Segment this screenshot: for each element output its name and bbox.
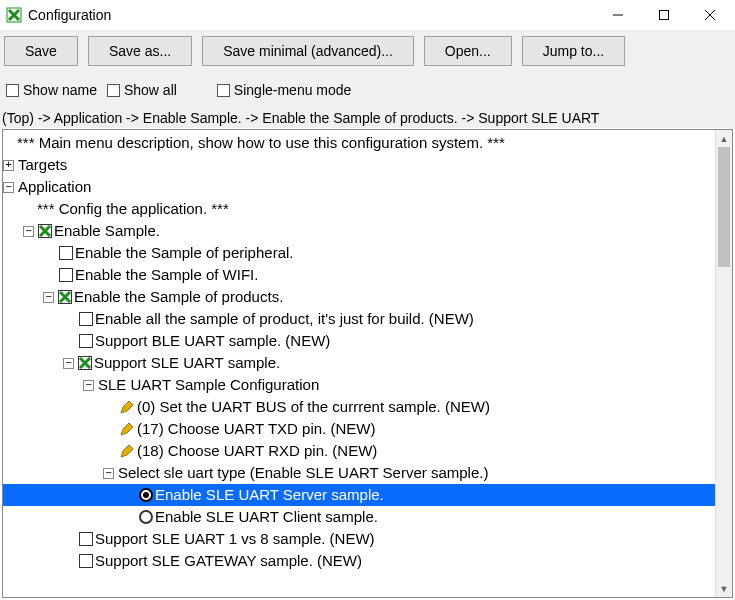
- collapse-icon[interactable]: −: [3, 182, 14, 193]
- titlebar: Configuration: [0, 0, 735, 30]
- tree-item-enable-sample[interactable]: − Enable Sample.: [3, 220, 715, 242]
- options-row: Show name Show all Single-menu mode: [0, 72, 735, 108]
- save-as-button[interactable]: Save as...: [88, 36, 192, 66]
- breadcrumb: (Top) -> Application -> Enable Sample. -…: [0, 108, 735, 128]
- pencil-icon: [119, 443, 135, 459]
- tree-item-sample-peripheral[interactable]: Enable the Sample of peripheral.: [3, 242, 715, 264]
- show-name-checkbox[interactable]: Show name: [6, 82, 97, 98]
- tree-item-sle-1v8[interactable]: Support SLE UART 1 vs 8 sample. (NEW): [3, 528, 715, 550]
- tree-item-application[interactable]: − Application: [3, 176, 715, 198]
- tree-item-sle-type[interactable]: − Select sle uart type (Enable SLE UART …: [3, 462, 715, 484]
- checkbox-on-icon[interactable]: [78, 356, 92, 370]
- tree-item-app-description: *** Config the application. ***: [3, 198, 715, 220]
- vertical-scrollbar[interactable]: ▲ ▼: [715, 130, 732, 597]
- minimize-button[interactable]: [595, 0, 641, 30]
- close-button[interactable]: [687, 0, 733, 30]
- pencil-icon: [119, 421, 135, 437]
- tree-item-targets[interactable]: + Targets: [3, 154, 715, 176]
- tree-item-sle-uart[interactable]: − Support SLE UART sample.: [3, 352, 715, 374]
- svg-marker-7: [121, 445, 133, 457]
- single-menu-checkbox[interactable]: Single-menu mode: [217, 82, 352, 98]
- tree-item-sample-wifi[interactable]: Enable the Sample of WIFI.: [3, 264, 715, 286]
- tree-item-sle-client[interactable]: Enable SLE UART Client sample.: [3, 506, 715, 528]
- pencil-icon: [119, 399, 135, 415]
- single-menu-label: Single-menu mode: [234, 82, 352, 98]
- checkbox-off-icon[interactable]: [79, 334, 93, 348]
- tree-item-uart-bus[interactable]: (0) Set the UART BUS of the currrent sam…: [3, 396, 715, 418]
- svg-marker-6: [121, 423, 133, 435]
- show-all-label: Show all: [124, 82, 177, 98]
- open-button[interactable]: Open...: [424, 36, 512, 66]
- checkbox-off-icon[interactable]: [79, 312, 93, 326]
- tree-item-sample-products[interactable]: − Enable the Sample of products.: [3, 286, 715, 308]
- tree-item-sle-server[interactable]: Enable SLE UART Server sample.: [3, 484, 715, 506]
- radio-off-icon[interactable]: [139, 510, 153, 524]
- tree-item-enable-all[interactable]: Enable all the sample of product, it's j…: [3, 308, 715, 330]
- toolbar: Save Save as... Save minimal (advanced).…: [0, 30, 735, 72]
- show-name-label: Show name: [23, 82, 97, 98]
- window-title: Configuration: [28, 7, 595, 23]
- scroll-thumb[interactable]: [718, 147, 730, 267]
- tree-view: *** Main menu description, show how to u…: [2, 129, 733, 598]
- app-icon: [6, 7, 22, 23]
- tree-item-sle-gateway[interactable]: Support SLE GATEWAY sample. (NEW): [3, 550, 715, 572]
- window-controls: [595, 0, 733, 30]
- checkbox-on-icon[interactable]: [58, 290, 72, 304]
- collapse-icon[interactable]: −: [63, 358, 74, 369]
- collapse-icon[interactable]: −: [83, 380, 94, 391]
- svg-marker-5: [121, 401, 133, 413]
- radio-on-icon[interactable]: [139, 488, 153, 502]
- save-minimal-button[interactable]: Save minimal (advanced)...: [202, 36, 414, 66]
- checkbox-off-icon[interactable]: [59, 268, 73, 282]
- checkbox-off-icon[interactable]: [79, 532, 93, 546]
- checkbox-on-icon[interactable]: [38, 224, 52, 238]
- tree-item-sle-config[interactable]: − SLE UART Sample Configuration: [3, 374, 715, 396]
- tree-item-uart-rxd[interactable]: (18) Choose UART RXD pin. (NEW): [3, 440, 715, 462]
- save-button[interactable]: Save: [4, 36, 78, 66]
- collapse-icon[interactable]: −: [43, 292, 54, 303]
- checkbox-off-icon[interactable]: [59, 246, 73, 260]
- maximize-button[interactable]: [641, 0, 687, 30]
- scroll-up-icon[interactable]: ▲: [716, 130, 732, 147]
- tree-item-description: *** Main menu description, show how to u…: [3, 132, 715, 154]
- tree-item-ble-uart[interactable]: Support BLE UART sample. (NEW): [3, 330, 715, 352]
- expand-icon[interactable]: +: [3, 160, 14, 171]
- tree-item-uart-txd[interactable]: (17) Choose UART TXD pin. (NEW): [3, 418, 715, 440]
- show-all-checkbox[interactable]: Show all: [107, 82, 177, 98]
- collapse-icon[interactable]: −: [23, 226, 34, 237]
- jump-to-button[interactable]: Jump to...: [522, 36, 625, 66]
- svg-rect-2: [660, 11, 669, 20]
- checkbox-off-icon[interactable]: [79, 554, 93, 568]
- collapse-icon[interactable]: −: [103, 468, 114, 479]
- scroll-down-icon[interactable]: ▼: [716, 580, 732, 597]
